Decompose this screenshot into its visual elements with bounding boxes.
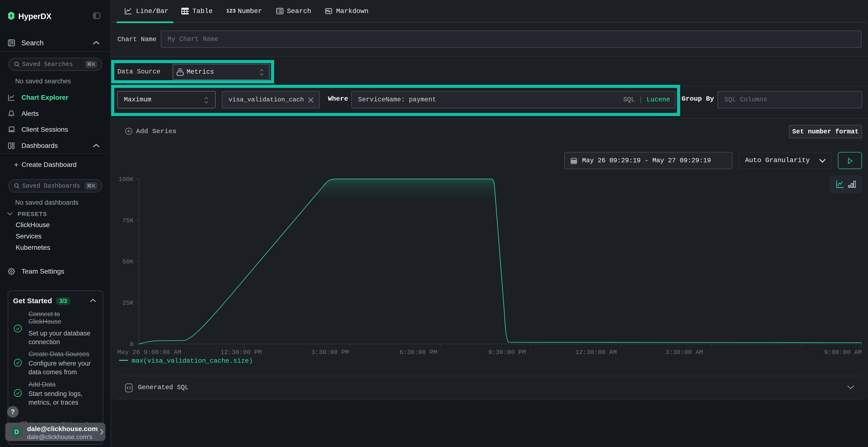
svg-text:May 26 9:00:00 AM: May 26 9:00:00 AM [117, 349, 181, 356]
svg-text:100K: 100K [119, 176, 134, 183]
svg-text:50K: 50K [122, 258, 133, 265]
svg-text:9:00:00 AM: 9:00:00 AM [824, 349, 862, 356]
svg-text:3:30:00 AM: 3:30:00 AM [665, 349, 703, 356]
svg-text:25K: 25K [122, 299, 133, 307]
svg-text:3:30:00 PM: 3:30:00 PM [311, 349, 349, 356]
svg-text:0: 0 [130, 341, 133, 348]
svg-text:12:30:00 PM: 12:30:00 PM [220, 349, 262, 356]
svg-text:6:30:00 PM: 6:30:00 PM [400, 349, 437, 356]
svg-text:12:30:00 AM: 12:30:00 AM [575, 349, 617, 356]
svg-text:75K: 75K [122, 217, 133, 224]
svg-text:max(visa_validation_cache.size: max(visa_validation_cache.size) [132, 357, 253, 365]
svg-text:9:30:00 PM: 9:30:00 PM [488, 349, 526, 356]
